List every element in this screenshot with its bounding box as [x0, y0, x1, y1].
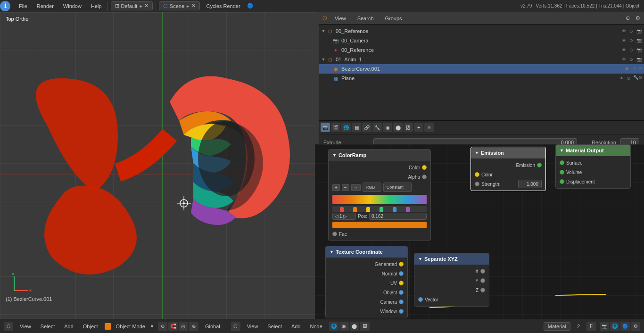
node-add-btn[interactable]: Add: [289, 323, 304, 330]
menu-window[interactable]: Window: [58, 0, 86, 12]
eye-icon-1[interactable]: 👁: [620, 37, 627, 44]
prop-icon-particles[interactable]: ✦: [414, 123, 423, 132]
sep-vector-socket[interactable]: [418, 297, 423, 302]
cursor-icon-4[interactable]: ⊙: [631, 66, 637, 72]
colorramp-index-ctrl[interactable]: ◁ 1 ▷: [332, 213, 356, 220]
prop-icon-modifier[interactable]: 🔧: [372, 123, 382, 132]
mat-surface-socket[interactable]: [560, 160, 564, 165]
sep-x-socket[interactable]: [480, 269, 485, 274]
menu-render[interactable]: Render: [32, 0, 58, 12]
colorramp-fac-socket[interactable]: [332, 232, 337, 236]
tex-uv-socket[interactable]: [399, 281, 404, 285]
colorramp-mode-dropdown[interactable]: RGB: [363, 183, 381, 192]
object-mode-btn[interactable]: Object Mode: [113, 323, 148, 330]
render-engine[interactable]: Cycles Render: [202, 3, 245, 9]
render-icon-2[interactable]: 📷: [636, 47, 642, 53]
emission-color-socket[interactable]: [475, 172, 479, 177]
colorramp-flip-btn[interactable]: ↔: [351, 184, 361, 191]
viewport-select-btn[interactable]: Select: [38, 323, 58, 330]
render-icon-3[interactable]: 📷: [636, 56, 642, 63]
scene-selector[interactable]: ⬡ Scene + ✕: [159, 1, 200, 10]
eye-icon-5[interactable]: 👁: [618, 75, 625, 82]
tree-item-beziercurve[interactable]: ◉ BezierCurve.001 👁 ⊙ ⊃: [319, 64, 644, 74]
node-node-btn[interactable]: Node: [307, 323, 325, 330]
render-icon-1[interactable]: 📷: [600, 322, 609, 331]
eye-icon-3[interactable]: 👁: [620, 56, 627, 63]
outliner-view-btn[interactable]: View: [331, 15, 350, 22]
colorramp-add-btn[interactable]: +: [332, 184, 340, 191]
menu-help[interactable]: Help: [86, 0, 107, 12]
viewport-add-btn[interactable]: Add: [61, 323, 76, 330]
stop-purple[interactable]: [406, 207, 410, 212]
cursor-icon-3[interactable]: ⊙: [628, 56, 635, 63]
render-icon-1[interactable]: 📷: [636, 37, 642, 44]
workspace-selector[interactable]: ⊞ Default + ✕: [111, 1, 153, 10]
viewport-view-btn[interactable]: View: [17, 323, 34, 330]
eye-icon-0[interactable]: 👁: [620, 28, 627, 34]
material-slot-icon[interactable]: F: [586, 322, 596, 331]
cursor-icon-2[interactable]: ⊙: [628, 47, 635, 53]
index-arrow-right[interactable]: ▷: [343, 214, 347, 219]
cursor-icon-5[interactable]: ⊙: [626, 75, 632, 82]
stop-blue[interactable]: [393, 207, 396, 212]
node-select-btn[interactable]: Select: [264, 323, 285, 330]
tree-item-anim1-group[interactable]: ▼ ⬡ 01_Anim_1 👁 ⊙ 📷: [319, 55, 644, 64]
tex-normal-socket[interactable]: [399, 271, 404, 276]
viewport-object-btn[interactable]: Object: [80, 323, 101, 330]
scene-add[interactable]: +: [186, 3, 189, 9]
node-mode-4[interactable]: 🖼: [360, 322, 370, 331]
mat-volume-socket[interactable]: [560, 170, 564, 175]
stop-orange[interactable]: [353, 207, 357, 212]
prop-icon-data[interactable]: ◉: [383, 123, 392, 132]
transform-icon[interactable]: ⊕: [189, 322, 198, 331]
tree-item-00reference-group[interactable]: ▼ ⬡ 00_Reference 👁 ⊙ 📷: [319, 26, 644, 36]
colorramp-pos-ctrl[interactable]: 0.162: [369, 213, 427, 220]
prop-icon-constraints[interactable]: 🔗: [362, 123, 372, 132]
colorramp-gradient[interactable]: [332, 195, 427, 204]
global-btn[interactable]: Global: [202, 323, 223, 330]
prop-icon-texture[interactable]: 🖼: [404, 123, 413, 132]
tree-item-00camera[interactable]: 📷 00_Camera 👁 ⊙ 📷: [319, 36, 644, 45]
snap-icon[interactable]: 🧲: [168, 322, 178, 331]
render-icon-0[interactable]: 📷: [636, 28, 642, 34]
cursor-icon-0[interactable]: ⊙: [628, 28, 635, 34]
tex-generated-socket[interactable]: [399, 262, 404, 266]
workspace-add[interactable]: +: [139, 3, 142, 9]
tex-window-socket[interactable]: [399, 309, 404, 314]
stop-red[interactable]: [340, 207, 344, 212]
eye-icon-2[interactable]: 👁: [620, 47, 627, 53]
prop-icon-object[interactable]: ▦: [352, 123, 361, 132]
menu-file[interactable]: File: [14, 0, 32, 12]
prop-icon-world[interactable]: 🌐: [341, 123, 351, 132]
node-mode-2[interactable]: ◉: [339, 322, 349, 331]
tex-object-socket[interactable]: [399, 290, 404, 295]
tex-camera-socket[interactable]: [399, 300, 404, 304]
stop-yellow[interactable]: [366, 207, 370, 212]
node-view-btn[interactable]: View: [244, 323, 261, 330]
render-icon-4[interactable]: ⚙: [631, 322, 640, 331]
viewport-3d[interactable]: Top Ortho: [0, 12, 315, 319]
colorramp-alpha-socket[interactable]: [422, 175, 427, 179]
outliner-settings-icon[interactable]: ⚙: [636, 15, 640, 21]
index-arrow-left[interactable]: ◁: [335, 214, 339, 219]
emission-strength-socket[interactable]: [475, 182, 479, 186]
tree-item-plane[interactable]: ▦ Plane 👁 ⊙ 🔧⚙: [319, 74, 644, 83]
sep-y-socket[interactable]: [480, 278, 485, 283]
emission-output-socket[interactable]: [537, 163, 542, 167]
prop-icon-scene[interactable]: 🎬: [331, 123, 340, 132]
stop-green[interactable]: [380, 207, 383, 212]
viewport-icon[interactable]: ⬡: [4, 322, 13, 331]
scene-close[interactable]: ✕: [191, 3, 196, 9]
node-mode-3[interactable]: ⬤: [350, 322, 359, 331]
render-icon-2[interactable]: 🌐: [610, 322, 619, 331]
emission-strength-value[interactable]: 1.000: [518, 180, 542, 188]
sep-z-socket[interactable]: [480, 288, 485, 292]
colorramp-color-socket[interactable]: [422, 165, 427, 170]
colorramp-stops[interactable]: [332, 206, 427, 212]
material-name[interactable]: Material: [544, 322, 570, 331]
prop-icon-render[interactable]: 📷: [321, 123, 330, 132]
node-mode-1[interactable]: 🌐: [329, 322, 339, 331]
prop-icon-physics[interactable]: ⚛: [424, 123, 434, 132]
workspace-close[interactable]: ✕: [144, 3, 149, 9]
node-editor-icon[interactable]: ⬡: [231, 322, 240, 331]
